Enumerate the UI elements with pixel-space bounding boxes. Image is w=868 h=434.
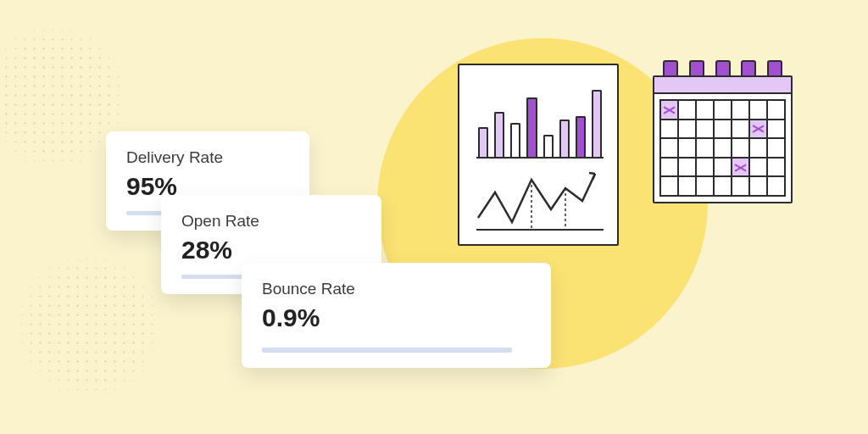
calendar-cell xyxy=(732,100,749,120)
calendar-cell xyxy=(732,176,749,196)
chart-bar xyxy=(510,123,520,157)
calendar-cell xyxy=(767,158,785,177)
chart-bar xyxy=(494,112,504,157)
calendar-cell xyxy=(714,120,732,139)
calendar-cell xyxy=(696,120,714,139)
calendar-cell xyxy=(696,100,714,120)
chart-bar xyxy=(592,90,602,157)
metric-card-bounce-rate: Bounce Rate 0.9% xyxy=(242,263,551,368)
calendar-cell xyxy=(714,176,732,196)
calendar-cell xyxy=(714,158,732,177)
calendar-cell xyxy=(732,158,749,177)
trend-line-icon xyxy=(478,174,595,222)
calendar-cell xyxy=(660,158,678,177)
analytics-report-illustration xyxy=(458,64,619,246)
calendar-cell xyxy=(767,176,785,196)
bar-chart-icon xyxy=(476,82,604,159)
chart-bar xyxy=(478,127,488,157)
calendar-cell xyxy=(696,138,714,158)
calendar-body xyxy=(653,75,793,203)
calendar-cell xyxy=(767,138,785,158)
calendar-cell xyxy=(678,120,696,139)
calendar-cell xyxy=(749,120,767,139)
metric-value: 0.9% xyxy=(262,303,531,332)
calendar-binding-tabs xyxy=(663,60,782,77)
decorative-dots-bottom-left xyxy=(17,254,161,398)
calendar-cell xyxy=(678,176,696,196)
chart-bar xyxy=(543,135,554,157)
chart-bar xyxy=(559,120,570,157)
calendar-cell xyxy=(732,120,749,139)
metric-label: Bounce Rate xyxy=(262,280,531,298)
calendar-cell xyxy=(678,158,696,177)
calendar-header-strip xyxy=(654,77,791,94)
calendar-cell xyxy=(749,100,767,120)
calendar-cell xyxy=(678,138,696,158)
calendar-cell xyxy=(714,100,732,120)
calendar-cell xyxy=(660,176,678,196)
chart-bar xyxy=(526,97,537,157)
calendar-cell xyxy=(660,120,678,139)
metric-label: Delivery Rate xyxy=(126,148,289,167)
calendar-cell xyxy=(767,120,785,139)
calendar-cell xyxy=(749,138,767,158)
calendar-cell xyxy=(660,138,678,158)
calendar-cell xyxy=(696,158,714,177)
calendar-grid xyxy=(659,99,786,197)
calendar-cell xyxy=(749,158,767,177)
calendar-cell xyxy=(732,138,749,158)
calendar-cell xyxy=(660,100,678,120)
metric-label: Open Rate xyxy=(181,212,361,231)
calendar-cell xyxy=(714,138,732,158)
metric-value: 28% xyxy=(181,236,361,264)
calendar-cell xyxy=(767,100,785,120)
calendar-cell xyxy=(749,176,767,196)
line-chart-icon xyxy=(476,167,604,231)
calendar-illustration xyxy=(653,64,793,203)
metric-progress-bar xyxy=(262,348,512,353)
chart-bar xyxy=(576,116,586,157)
arrow-up-right-icon xyxy=(589,173,595,180)
calendar-cell xyxy=(678,100,696,120)
calendar-cell xyxy=(696,176,714,196)
